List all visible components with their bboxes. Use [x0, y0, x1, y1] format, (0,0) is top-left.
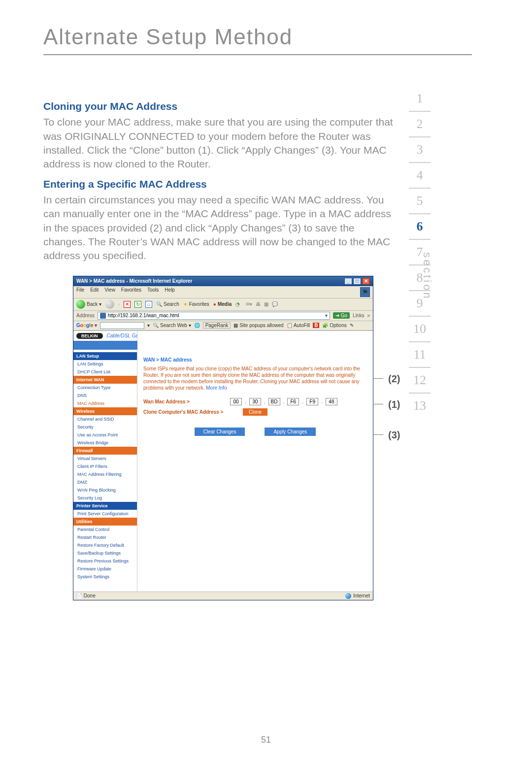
side-link[interactable]: Restore Factory Default	[73, 541, 137, 549]
mac-field-5[interactable]	[306, 398, 318, 405]
side-link[interactable]: Use as Access Point	[73, 431, 137, 439]
mail-icon[interactable]: ✉▾	[246, 301, 252, 307]
description: Some ISPs require that you clone (copy) …	[143, 365, 367, 391]
print-icon[interactable]: 🖶	[256, 301, 261, 307]
side-link[interactable]: LAN Settings	[73, 360, 137, 368]
google-news-icon[interactable]: 🌐	[194, 323, 200, 328]
page-icon	[100, 313, 106, 319]
side-head-ps: Printer Service	[73, 502, 137, 510]
section-tab[interactable]: 12	[409, 368, 431, 394]
status-zone: Internet	[345, 593, 370, 599]
menu-bar: File Edit View Favorites Tools Help ⚑	[73, 286, 373, 298]
google-options[interactable]: 🧩 Options	[322, 323, 346, 328]
links-label[interactable]: Links	[353, 313, 364, 318]
callout-2: (2)	[388, 373, 400, 385]
home-icon[interactable]: ⌂	[145, 301, 152, 308]
side-link[interactable]: DNS	[73, 392, 137, 399]
side-link[interactable]: Restart Router	[73, 533, 137, 541]
google-highlight-icon[interactable]: ✎	[350, 323, 354, 328]
forward-button[interactable]	[105, 300, 114, 309]
close-button[interactable]: ✕	[362, 278, 370, 285]
heading-cloning: Cloning your MAC Address	[43, 99, 398, 113]
callout-1: (1)	[388, 399, 400, 410]
section-tab[interactable]: 1	[409, 86, 431, 112]
side-link[interactable]: Connection Type	[73, 384, 137, 392]
edit-icon[interactable]: ▦	[264, 301, 268, 307]
side-head-fw: Firewall	[73, 447, 137, 455]
side-head-lan: LAN Setup	[73, 352, 137, 360]
breadcrumb: WAN > MAC address	[143, 357, 367, 363]
sidebar: LAN Setup LAN Settings DHCP Client List …	[73, 331, 137, 592]
side-link[interactable]: Security Log	[73, 494, 137, 502]
mac-field-6[interactable]	[326, 398, 337, 405]
para-specific: In certain circumstances you may need a …	[43, 193, 398, 263]
side-link[interactable]: System Settings	[73, 573, 137, 581]
section-tab[interactable]: 10	[409, 317, 431, 342]
back-button[interactable]: Back ▾	[76, 300, 101, 309]
go-button[interactable]: ➔ Go	[333, 312, 350, 319]
google-autofill[interactable]: 📋 AutoFill	[287, 323, 310, 328]
google-popups[interactable]: ▦ Site popups allowed	[233, 323, 283, 328]
media-button[interactable]: ●Media	[213, 301, 232, 307]
mac-field-4[interactable]	[287, 398, 299, 405]
favorites-button[interactable]: ★Favorites	[183, 301, 209, 307]
side-link[interactable]: Virtual Servers	[73, 455, 137, 462]
page-number: 51	[0, 735, 532, 745]
section-label: section	[421, 252, 433, 300]
globe-icon	[345, 593, 351, 599]
section-tab[interactable]: 2	[409, 112, 431, 137]
menu-tools[interactable]: Tools	[147, 287, 159, 297]
side-link[interactable]: MAC Address Filtering	[73, 470, 137, 478]
side-head-ut: Utilities	[73, 518, 137, 526]
page-title: Alternate Setup Method	[43, 25, 472, 55]
toolbar-extra: ✉▾ 🖶 ▦ 💬	[244, 301, 277, 307]
menu-edit[interactable]: Edit	[90, 287, 99, 297]
clear-changes-button[interactable]: Clear Changes	[195, 428, 245, 436]
side-link[interactable]: DHCP Client List	[73, 368, 137, 376]
history-icon[interactable]: ◔	[235, 301, 240, 307]
section-tab[interactable]: 3	[409, 137, 431, 163]
mac-field-1[interactable]	[230, 398, 242, 405]
maximize-button[interactable]: □	[353, 278, 361, 285]
mac-field-2[interactable]	[249, 398, 261, 405]
address-field[interactable]: http://192.168.2.1/wan_mac.html▾	[98, 312, 330, 320]
menu-view[interactable]: View	[104, 287, 115, 297]
mac-field-3[interactable]	[268, 398, 280, 405]
apply-changes-button[interactable]: Apply Changes	[265, 428, 316, 436]
section-tab-active[interactable]: 6	[409, 214, 431, 240]
side-link-active[interactable]: MAC Address	[73, 399, 137, 407]
google-logo: Google ▾	[76, 323, 97, 328]
google-search-web[interactable]: 🔍 Search Web ▾	[153, 323, 191, 328]
side-link[interactable]: Print Server Configuration	[73, 510, 137, 518]
section-tab[interactable]: 4	[409, 163, 431, 189]
stop-icon[interactable]: ✕	[124, 301, 131, 308]
google-pagerank[interactable]: PageRank	[203, 322, 231, 329]
side-link[interactable]: DMZ	[73, 478, 137, 486]
discuss-icon[interactable]: 💬	[272, 301, 278, 307]
callout-3: (3)	[388, 429, 400, 441]
side-link[interactable]: Firmware Update	[73, 565, 137, 573]
status-done: 📄 Done	[76, 593, 96, 599]
google-b-icon[interactable]: B	[313, 323, 319, 328]
refresh-icon[interactable]: ↻	[134, 301, 141, 308]
section-tab[interactable]: 13	[409, 394, 431, 418]
side-link[interactable]: Wireless Bridge	[73, 439, 137, 447]
menu-help[interactable]: Help	[165, 287, 175, 297]
section-tab[interactable]: 5	[409, 189, 431, 214]
main-panel: WAN > MAC address Some ISPs require that…	[137, 331, 373, 592]
side-link[interactable]: Client IP Filters	[73, 462, 137, 470]
side-link[interactable]: Parental Control	[73, 526, 137, 533]
minimize-button[interactable]: _	[344, 278, 352, 285]
clone-button[interactable]: Clone	[243, 408, 267, 416]
side-link[interactable]: Channel and SSID	[73, 415, 137, 423]
section-tab[interactable]: 11	[409, 342, 431, 368]
side-link[interactable]: WAN Ping Blocking	[73, 486, 137, 494]
side-link[interactable]: Save/Backup Settings	[73, 549, 137, 557]
more-info-link[interactable]: More Info	[206, 385, 227, 391]
search-button[interactable]: 🔍Search	[156, 301, 179, 307]
side-link[interactable]: Security	[73, 423, 137, 431]
menu-file[interactable]: File	[76, 287, 84, 297]
menu-favorites[interactable]: Favorites	[121, 287, 141, 297]
google-search-field[interactable]	[100, 322, 144, 329]
side-link[interactable]: Restore Previous Settings	[73, 557, 137, 565]
